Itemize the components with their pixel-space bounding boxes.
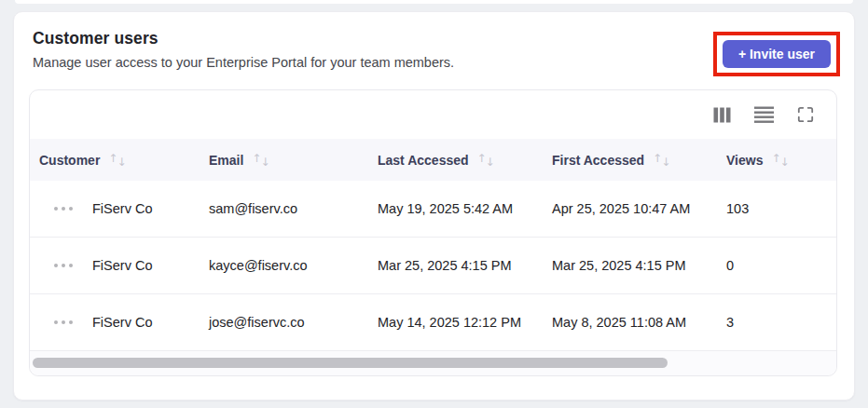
horizontal-scrollbar[interactable] — [30, 351, 836, 375]
email-cell: sam@fiserv.co — [209, 201, 378, 216]
first-accessed-cell: May 8, 2025 11:08 AM — [552, 315, 726, 330]
ellipsis-menu-icon[interactable] — [52, 317, 75, 328]
ellipsis-menu-icon[interactable] — [52, 203, 75, 214]
email-cell: jose@fiservc.co — [209, 315, 378, 330]
column-header-label: First Accessed — [552, 153, 644, 168]
annotation-highlight-box: + Invite user — [713, 32, 840, 76]
users-table-container: Customer ↑↓ Email ↑↓ Last Accessed ↑↓ Fi… — [29, 89, 837, 376]
last-accessed-cell: May 14, 2025 12:12 PM — [378, 315, 552, 330]
column-header-email[interactable]: Email ↑↓ — [209, 153, 378, 168]
previous-card-edge — [15, 0, 853, 4]
column-header-label: Email — [209, 153, 243, 168]
panel-header: Customer users Manage user access to you… — [14, 12, 854, 76]
customer-name: FiServ Co — [92, 315, 152, 330]
sort-icon[interactable]: ↑↓ — [477, 154, 494, 167]
table-header-row: Customer ↑↓ Email ↑↓ Last Accessed ↑↓ Fi… — [30, 139, 836, 181]
table-row[interactable]: FiServ Co sam@fiserv.co May 19, 2025 5:4… — [30, 181, 836, 238]
page-title: Customer users — [33, 29, 454, 48]
views-cell: 103 — [726, 201, 836, 216]
last-accessed-cell: May 19, 2025 5:42 AM — [378, 201, 552, 216]
row-density-icon[interactable] — [754, 106, 774, 123]
sort-icon[interactable]: ↑↓ — [653, 154, 669, 167]
first-accessed-cell: Apr 25, 2025 10:47 AM — [552, 201, 726, 216]
sort-icon[interactable]: ↑↓ — [108, 154, 125, 167]
email-cell: kayce@fiserv.co — [209, 258, 378, 273]
table-toolbar — [30, 90, 836, 139]
views-cell: 0 — [726, 258, 836, 273]
invite-user-button[interactable]: + Invite user — [723, 40, 831, 68]
customer-cell: FiServ Co — [30, 258, 209, 273]
sort-icon[interactable]: ↑↓ — [771, 154, 788, 167]
sort-icon[interactable]: ↑↓ — [252, 154, 269, 167]
scrollbar-thumb[interactable] — [33, 358, 668, 368]
last-accessed-cell: Mar 25, 2025 4:15 PM — [378, 258, 552, 273]
column-header-views[interactable]: Views ↑↓ — [726, 153, 836, 168]
fullscreen-icon[interactable] — [797, 106, 814, 123]
columns-icon[interactable] — [713, 107, 731, 123]
column-header-customer[interactable]: Customer ↑↓ — [30, 153, 209, 168]
column-header-label: Last Accessed — [378, 153, 469, 168]
column-header-last-accessed[interactable]: Last Accessed ↑↓ — [378, 153, 552, 168]
customer-users-panel: Customer users Manage user access to you… — [13, 11, 855, 401]
customer-name: FiServ Co — [92, 201, 152, 216]
table-row[interactable]: FiServ Co jose@fiservc.co May 14, 2025 1… — [30, 294, 836, 351]
page-subtitle: Manage user access to your Enterprise Po… — [33, 55, 454, 70]
customer-cell: FiServ Co — [30, 315, 209, 330]
column-header-label: Views — [726, 153, 763, 168]
panel-header-text: Customer users Manage user access to you… — [33, 29, 454, 70]
first-accessed-cell: Mar 25, 2025 4:15 PM — [552, 258, 726, 273]
table-row[interactable]: FiServ Co kayce@fiserv.co Mar 25, 2025 4… — [30, 238, 836, 294]
column-header-label: Customer — [39, 153, 100, 168]
customer-name: FiServ Co — [92, 258, 152, 273]
views-cell: 3 — [726, 315, 836, 330]
column-header-first-accessed[interactable]: First Accessed ↑↓ — [552, 153, 726, 168]
customer-cell: FiServ Co — [30, 201, 209, 216]
ellipsis-menu-icon[interactable] — [52, 260, 75, 271]
